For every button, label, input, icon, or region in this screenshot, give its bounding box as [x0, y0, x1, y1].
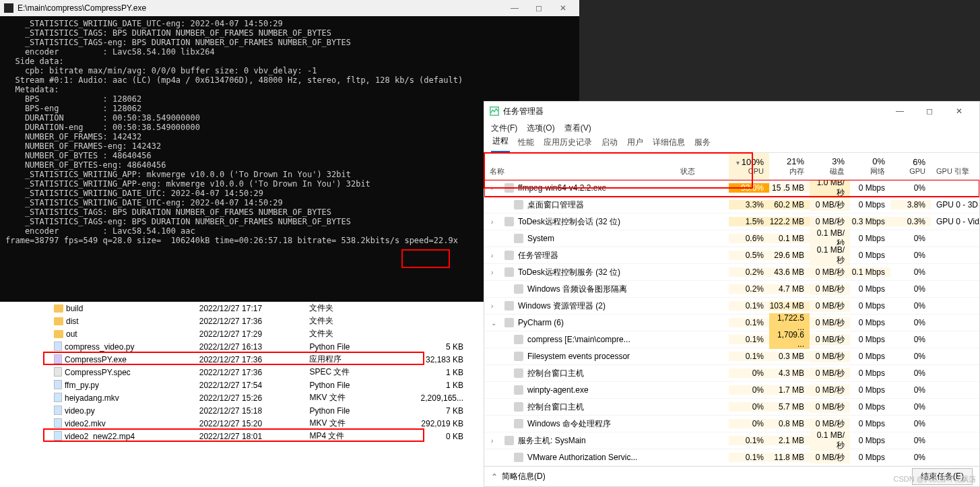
process-row[interactable]: System0.6%0.1 MB0.1 MB/秒0 Mbps0%: [484, 230, 979, 247]
fewer-details-link[interactable]: 简略信息(D): [502, 471, 546, 482]
process-row[interactable]: ›ffmpeg-win64-v4.2.2.exe93.0%15 .5 MB1.0…: [484, 180, 979, 197]
process-row[interactable]: winpty-agent.exe0%1.7 MB0 MB/秒0 Mbps0%: [484, 382, 979, 399]
col-网络[interactable]: 0%网络: [850, 153, 890, 179]
tm-titlebar[interactable]: 任务管理器 — ◻ ✕: [484, 102, 979, 121]
process-row[interactable]: ›ToDesk远程控制服务 (32 位)0.2%43.6 MB0 MB/秒0.1…: [484, 264, 979, 281]
chevron-up-icon[interactable]: ⌃: [491, 472, 498, 482]
col-GPU[interactable]: 6%GPU: [890, 153, 931, 179]
col-status[interactable]: 状态: [675, 153, 729, 179]
process-row[interactable]: 桌面窗口管理器3.3%60.2 MB0 MB/秒0 Mbps3.8%GPU 0 …: [484, 197, 979, 214]
process-row[interactable]: ›服务主机: SysMain0.1%2.1 MB0.1 MB/秒0 Mbps0%: [484, 432, 979, 449]
expand-icon[interactable]: ›: [491, 269, 493, 276]
console-title-text: E:\main\compress\CompressPY.exe: [18, 3, 146, 13]
process-icon: [504, 251, 514, 260]
tm-menubar[interactable]: 文件(F) 选项(O) 查看(V): [484, 121, 979, 135]
process-icon: [504, 436, 514, 445]
process-icon: [504, 318, 514, 327]
close-button[interactable]: ✕: [944, 106, 974, 116]
process-row[interactable]: Windows 命令处理程序0%0.8 MB0 MB/秒0 Mbps0%: [484, 416, 979, 432]
col-磁盘[interactable]: 3%磁盘: [810, 153, 850, 179]
maximize-button[interactable]: ◻: [527, 3, 551, 13]
col-CPU[interactable]: 100%CPU: [729, 153, 769, 179]
minimize-button[interactable]: —: [502, 3, 527, 13]
file-list[interactable]: build2022/12/27 17:17文件夹dist2022/12/27 1…: [0, 302, 484, 443]
file-row[interactable]: video.py2022/12/27 15:18Python File7 KB: [0, 404, 484, 417]
tab-用户[interactable]: 用户: [626, 134, 645, 152]
tab-详细信息[interactable]: 详细信息: [651, 134, 686, 152]
collapse-icon[interactable]: ⌄: [491, 319, 496, 327]
folder-icon: [54, 317, 63, 325]
process-icon: [514, 385, 523, 395]
tab-性能[interactable]: 性能: [517, 134, 535, 152]
py-icon: [54, 342, 62, 351]
process-icon: [514, 352, 523, 361]
mkv-icon: [54, 418, 62, 428]
process-row[interactable]: compress [E:\main\compre...0.1%1,709.6 .…: [484, 331, 979, 348]
file-row[interactable]: heiyadang.mkv2022/12/27 15:26MKV 文件2,209…: [0, 391, 484, 404]
py-icon: [54, 405, 62, 415]
process-row[interactable]: ⌄PyCharm (6)0.1%1,722.5 ...0 MB/秒0 Mbps0…: [484, 315, 979, 331]
file-row[interactable]: build2022/12/27 17:17文件夹: [0, 302, 484, 315]
minimize-button[interactable]: —: [885, 106, 915, 116]
process-row[interactable]: ›任务管理器0.5%29.6 MB0.1 MB/秒0 Mbps0%: [484, 247, 979, 264]
task-manager-icon: [490, 106, 499, 116]
process-icon: [514, 402, 523, 412]
file-icon: [54, 367, 62, 377]
highlight-compresspy: [43, 352, 424, 365]
process-icon: [504, 301, 514, 311]
tab-服务[interactable]: 服务: [693, 134, 712, 152]
file-row[interactable]: dist2022/12/27 17:36文件夹: [0, 315, 484, 327]
tm-process-list[interactable]: ›ffmpeg-win64-v4.2.2.exe93.0%15 .5 MB1.0…: [484, 180, 979, 466]
process-icon: [504, 183, 514, 193]
expand-icon[interactable]: ›: [491, 437, 493, 445]
tab-应用历史记录[interactable]: 应用历史记录: [542, 134, 593, 152]
file-row[interactable]: ffm_py.py2022/12/27 17:54Python File1 KB: [0, 379, 484, 391]
mkv-icon: [54, 393, 62, 402]
tm-footer: ⌃ 简略信息(D) 结束任务(E): [484, 466, 979, 486]
folder-icon: [54, 330, 63, 338]
process-row[interactable]: Windows 音频设备图形隔离0.2%4.7 MB0 MB/秒0 Mbps0%: [484, 281, 979, 298]
tm-column-headers[interactable]: 名称状态100%CPU21%内存3%磁盘0%网络6%GPUGPU 引擎: [484, 153, 979, 180]
tab-进程[interactable]: 进程: [491, 133, 510, 152]
process-icon: [514, 419, 523, 428]
process-icon: [504, 267, 514, 277]
process-row[interactable]: 控制台窗口主机0%5.7 MB0 MB/秒0 Mbps0%: [484, 399, 979, 416]
process-icon: [514, 200, 523, 209]
tm-title-text: 任务管理器: [503, 106, 544, 117]
menu-options[interactable]: 选项(O): [527, 123, 554, 134]
col-name[interactable]: 名称: [484, 153, 675, 179]
process-icon: [514, 234, 523, 243]
tab-启动[interactable]: 启动: [600, 134, 619, 152]
task-manager-window: 任务管理器 — ◻ ✕ 文件(F) 选项(O) 查看(V) 进程性能应用历史记录…: [484, 101, 980, 487]
process-row[interactable]: 控制台窗口主机0%4.3 MB0 MB/秒0 Mbps0%: [484, 365, 979, 382]
highlight-video2new: [43, 428, 424, 442]
process-row[interactable]: ›ToDesk远程控制会话 (32 位)1.5%122.2 MB0 MB/秒0.…: [484, 214, 979, 230]
tm-tabs[interactable]: 进程性能应用历史记录启动用户详细信息服务: [484, 135, 979, 153]
process-icon: [514, 284, 523, 294]
end-task-button[interactable]: 结束任务(E): [912, 468, 973, 485]
process-row[interactable]: VMware Authorization Servic...0.1%11.8 M…: [484, 449, 979, 466]
explorer-pane: build2022/12/27 17:17文件夹dist2022/12/27 1…: [0, 302, 484, 487]
col-gpu-engine[interactable]: GPU 引擎: [931, 153, 979, 179]
console-titlebar[interactable]: E:\main\compress\CompressPY.exe — ◻ ✕: [0, 0, 579, 16]
py-icon: [54, 380, 62, 389]
process-icon: [504, 217, 514, 226]
folder-icon: [54, 304, 63, 313]
expand-icon[interactable]: ›: [491, 252, 493, 259]
expand-icon[interactable]: ›: [491, 185, 493, 192]
process-row[interactable]: Filesystem events processor0.1%0.3 MB0 M…: [484, 348, 979, 365]
console-icon: [4, 3, 13, 13]
menu-file[interactable]: 文件(F): [491, 123, 517, 134]
expand-icon[interactable]: ›: [491, 302, 493, 310]
highlight-speed: [401, 249, 450, 268]
process-row[interactable]: ›Windows 资源管理器 (2)0.1%103.4 MB0 MB/秒0 Mb…: [484, 298, 979, 315]
col-内存[interactable]: 21%内存: [769, 153, 810, 179]
menu-view[interactable]: 查看(V): [564, 123, 591, 134]
close-button[interactable]: ✕: [551, 3, 575, 13]
maximize-button[interactable]: ◻: [915, 106, 944, 116]
file-row[interactable]: out2022/12/27 17:29文件夹: [0, 327, 484, 340]
expand-icon[interactable]: ›: [491, 218, 493, 226]
process-icon: [514, 453, 523, 462]
file-row[interactable]: CompressPY.spec2022/12/27 17:36SPEC 文件1 …: [0, 366, 484, 379]
process-icon: [514, 368, 523, 378]
